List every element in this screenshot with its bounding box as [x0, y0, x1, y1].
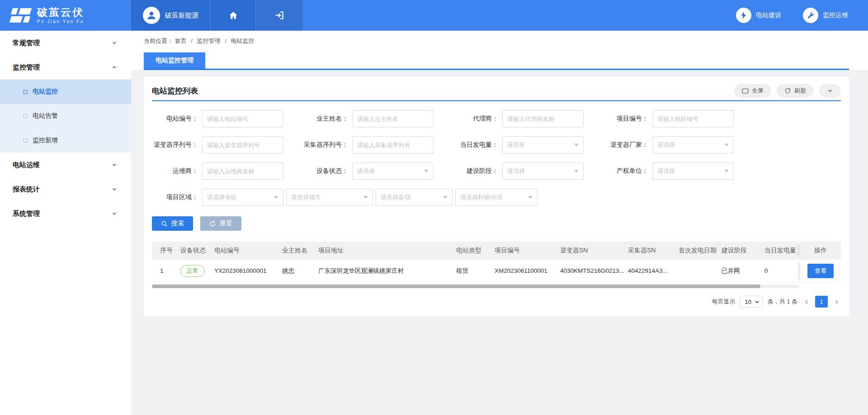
fullscreen-label: 全屏 — [752, 87, 764, 95]
inverter-sn-input[interactable] — [202, 136, 283, 154]
breadcrumb-station-monitor[interactable]: 电站监控 — [231, 37, 254, 44]
sidebar-item-report-stats[interactable]: 报表统计 — [0, 177, 131, 201]
sidebar-item-station-alarm[interactable]: 电站告警 — [0, 104, 131, 128]
filter-label: 项目区域： — [152, 193, 198, 201]
col-index: 序号 — [160, 247, 180, 255]
sidebar-item-monitor-add[interactable]: 监控新增 — [0, 128, 131, 153]
county-select[interactable]: 请选择县/区 — [376, 189, 453, 206]
sidebar-item-system-mgmt[interactable]: 系统管理 — [0, 201, 131, 226]
search-label: 搜索 — [171, 219, 184, 228]
refresh-button[interactable]: 刷新 — [777, 84, 814, 98]
operator-input[interactable] — [202, 163, 283, 180]
filter-label: 运维商： — [152, 167, 198, 175]
cell-project-no: XM2023061100001 — [495, 267, 560, 274]
caret-down-icon — [363, 196, 368, 199]
sidebar: 常规管理 监控管理 电站监控 电站告警 监控新增 电站运维 报表统计 系统管理 — [0, 31, 131, 415]
per-page-select[interactable]: 10 — [740, 296, 763, 308]
prev-page-button[interactable]: ‹ — [802, 297, 811, 307]
breadcrumb-home[interactable]: 首页 — [175, 37, 187, 44]
table-fixed-action-column: 操作 查看 — [800, 242, 841, 282]
next-page-button[interactable]: › — [832, 297, 841, 307]
collector-sn-input[interactable] — [352, 136, 434, 154]
construction-stage-select[interactable]: 请选择 — [502, 163, 584, 180]
main-area: 当前位置： 首页 / 监控管理 / 电站监控 电站监控管理 电站监控列表 全屏 — [131, 31, 868, 415]
cell-collector-sn: 40422914A3... — [628, 267, 679, 274]
sidebar-item-station-ops[interactable]: 电站运维 — [0, 153, 131, 177]
province-select[interactable]: 请选择省份 — [202, 189, 283, 206]
sidebar-item-monitor-mgmt[interactable]: 监控管理 — [0, 55, 131, 79]
header-center-nav: 破茧新能源 — [131, 0, 303, 31]
filter-label: 电站编号： — [152, 115, 198, 123]
nav-label: 监控运维 — [823, 11, 848, 19]
fullscreen-button[interactable]: 全屏 — [734, 84, 771, 98]
sidebar-subitem-label: 监控新增 — [33, 136, 58, 145]
filter-form: 电站编号： 业主姓名： 代理商： 项目编号： — [152, 110, 841, 206]
inverter-vendor-select[interactable]: 请选择 — [652, 136, 734, 154]
col-station-no: 电站编号 — [214, 247, 282, 255]
nav-station-construction[interactable]: 电站建设 — [736, 8, 781, 23]
breadcrumb: 当前位置： 首页 / 监控管理 / 电站监控 — [131, 31, 868, 51]
sidebar-item-label: 电站运维 — [13, 161, 40, 169]
select-placeholder: 请选择城市 — [291, 193, 321, 201]
logout-button[interactable] — [256, 0, 303, 31]
select-placeholder: 请选择 — [657, 167, 675, 175]
collapse-panel-button[interactable] — [819, 84, 841, 98]
tab-station-monitor-mgmt[interactable]: 电站监控管理 — [144, 52, 205, 69]
breadcrumb-prefix: 当前位置： — [144, 37, 173, 44]
user-avatar-icon — [143, 7, 160, 24]
caret-down-icon — [755, 299, 760, 304]
sidebar-item-station-monitor[interactable]: 电站监控 — [0, 79, 131, 104]
caret-down-icon — [443, 196, 448, 199]
logo-subtitle: Po Jian Yun Fu — [37, 19, 84, 24]
sidebar-item-label: 系统管理 — [13, 210, 40, 218]
cell-station-no: YX2023061000001 — [214, 267, 282, 274]
caret-down-icon — [724, 144, 729, 146]
page-number-1[interactable]: 1 — [815, 296, 828, 308]
col-collector-sn: 采集器SN — [628, 247, 679, 255]
top-header: 破茧云伏 Po Jian Yun Fu 破茧新能源 — [0, 0, 868, 31]
filter-label: 设备状态： — [302, 167, 348, 175]
select-placeholder: 请选择 — [357, 167, 375, 175]
col-stage: 建设阶段 — [722, 247, 764, 255]
wrench-icon — [803, 8, 818, 23]
search-button[interactable]: 搜索 — [152, 216, 193, 231]
chevron-down-icon — [111, 162, 118, 168]
view-button[interactable]: 查看 — [807, 264, 834, 278]
sidebar-subitem-label: 电站告警 — [33, 112, 58, 120]
sidebar-subitem-label: 电站监控 — [33, 88, 58, 96]
col-actions: 操作 — [800, 242, 841, 260]
nav-monitoring-ops[interactable]: 监控运维 — [803, 8, 848, 23]
caret-down-icon — [574, 170, 579, 173]
filter-label: 采集器序列号： — [302, 141, 348, 149]
agent-input[interactable] — [502, 110, 584, 127]
caret-down-icon — [724, 170, 729, 173]
daily-generation-select[interactable]: 请选择 — [502, 136, 584, 154]
chevron-down-icon — [827, 88, 833, 94]
user-account-button[interactable]: 破茧新能源 — [131, 0, 211, 31]
select-placeholder: 请选择 — [507, 141, 525, 149]
reset-button[interactable]: 重置 — [200, 216, 241, 231]
home-button[interactable] — [211, 0, 256, 31]
township-select[interactable]: 请选择村镇/街道 — [455, 189, 538, 206]
sidebar-item-general-mgmt[interactable]: 常规管理 — [0, 31, 131, 55]
col-address: 项目地址 — [318, 247, 456, 255]
panel-divider — [152, 100, 841, 101]
owner-name-input[interactable] — [352, 110, 434, 127]
filter-label: 项目编号： — [602, 115, 648, 123]
station-no-input[interactable] — [202, 110, 283, 127]
filter-label: 业主姓名： — [302, 115, 348, 123]
filter-label: 代理商： — [452, 115, 498, 123]
refresh-icon — [784, 88, 791, 94]
square-bullet-icon — [24, 139, 28, 143]
cell-stage: 已并网 — [722, 267, 764, 275]
horizontal-scrollbar-thumb[interactable] — [152, 284, 760, 288]
square-bullet-icon — [24, 90, 28, 94]
reset-label: 重置 — [220, 219, 232, 228]
project-no-input[interactable] — [652, 110, 734, 127]
device-status-select[interactable]: 请选择 — [352, 163, 434, 180]
breadcrumb-monitor-mgmt[interactable]: 监控管理 — [197, 37, 221, 44]
refresh-label: 刷新 — [794, 87, 806, 95]
cell-address: 广东深圳龙华区观澜镇姚家庄村 — [318, 267, 456, 275]
city-select[interactable]: 请选择城市 — [286, 189, 373, 206]
property-unit-select[interactable]: 请选择 — [652, 163, 734, 180]
